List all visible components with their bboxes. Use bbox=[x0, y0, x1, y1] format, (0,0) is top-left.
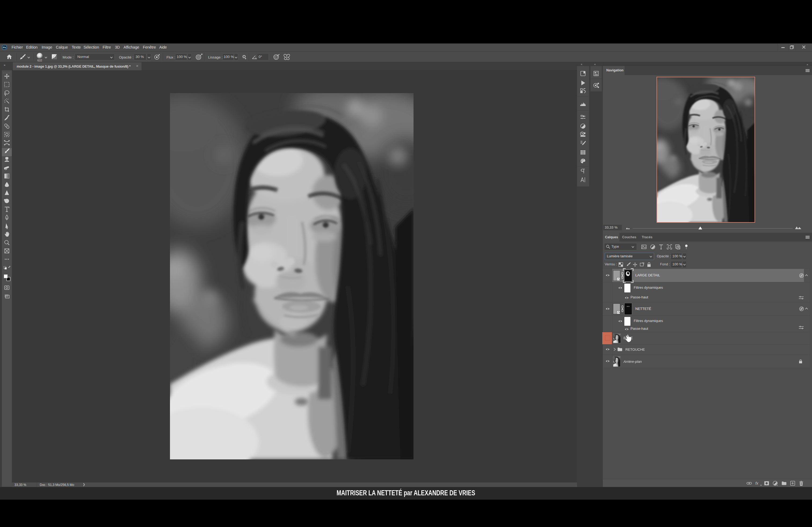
svg-text:fx: fx bbox=[755, 481, 758, 485]
svg-text:Ps: Ps bbox=[3, 46, 6, 49]
